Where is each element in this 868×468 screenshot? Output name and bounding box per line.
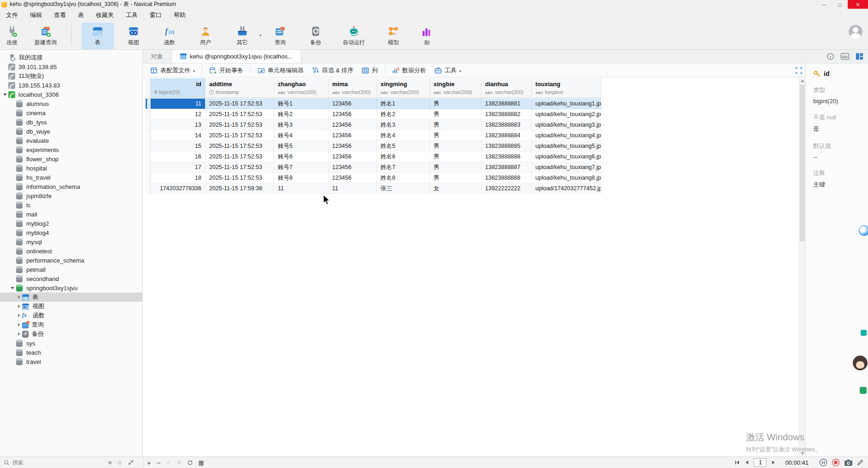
grid-view-icon[interactable]	[199, 459, 204, 466]
record-icon[interactable]	[832, 458, 840, 467]
new-query-button[interactable]: 新建查询	[24, 23, 67, 49]
chevron-expanded-icon[interactable]	[9, 287, 16, 289]
previous-record-icon[interactable]	[744, 460, 750, 465]
teal-widget-icon[interactable]	[861, 330, 867, 336]
cell-mima[interactable]: 123456	[328, 99, 377, 109]
cell-xingbie[interactable]: 男	[430, 141, 481, 152]
cell-addtime[interactable]: 2025-11-15 17:52:53	[205, 141, 274, 152]
sidebar-item-database[interactable]: teach	[0, 348, 142, 357]
backup-button[interactable]: 备份	[300, 23, 331, 49]
sidebar-item-database[interactable]: secondhand	[0, 274, 142, 283]
sidebar-item-database[interactable]: onlinetest	[0, 246, 142, 256]
cell-zhanghao[interactable]: 账号1	[274, 99, 328, 109]
cell-addtime[interactable]: 2025-11-15 17:52:53	[205, 162, 274, 173]
column-header-touxiang[interactable]: touxianglongtext	[532, 78, 601, 98]
cell-dianhua[interactable]: 13823888883	[481, 120, 532, 130]
cell-touxiang[interactable]: upload/kehu_touxiang6.jpg	[532, 152, 601, 162]
cell-dianhua[interactable]: 13823888881	[481, 99, 532, 109]
floating-ball-widget[interactable]	[859, 225, 868, 236]
cell-xingbie[interactable]: 男	[430, 152, 481, 162]
sidebar-item-my-connections[interactable]: 我的连接	[0, 53, 142, 62]
tables-button[interactable]: 表	[82, 23, 114, 49]
sidebar-item-connection[interactable]: 113(物业)	[0, 71, 142, 81]
table-row[interactable]: 122025-11-15 17:52:53账号2123456姓名2男138238…	[146, 109, 601, 120]
chevron-collapsed-icon[interactable]	[16, 295, 22, 299]
menu-file[interactable]: 文件	[0, 11, 24, 19]
next-record-icon[interactable]	[771, 460, 776, 465]
cell-xingming[interactable]: 姓名4	[377, 130, 430, 141]
sidebar-search[interactable]: 搜索	[12, 459, 23, 467]
grid-vertical-scrollbar[interactable]	[799, 77, 805, 456]
users-button[interactable]: 用户	[189, 23, 222, 49]
table-row[interactable]: 142025-11-15 17:52:53账号4123456姓名4男138238…	[146, 130, 601, 141]
cell-touxiang[interactable]: upload/kehu_touxiang4.jpg	[532, 130, 601, 141]
collapse-all-icon[interactable]	[128, 460, 134, 465]
cell-mima[interactable]: 123456	[328, 152, 377, 162]
cell-touxiang[interactable]: upload/kehu_touxiang5.jpg	[532, 141, 601, 152]
cell-mima[interactable]: 123456	[328, 173, 377, 183]
sidebar-item-database[interactable]: information_schema	[0, 182, 142, 191]
cell-zhanghao[interactable]: 账号3	[274, 120, 328, 130]
cell-xingming[interactable]: 姓名2	[377, 109, 430, 120]
cell-xingbie[interactable]: 男	[430, 130, 481, 141]
menu-window[interactable]: 窗口	[144, 11, 168, 19]
model-button[interactable]: 模型	[377, 23, 410, 49]
edit-pencil-icon[interactable]	[857, 459, 863, 466]
add-record-icon[interactable]	[147, 459, 151, 467]
sidebar-item-tables[interactable]: 表	[0, 292, 142, 302]
sidebar-item-database[interactable]: experiments	[0, 145, 142, 154]
cell-touxiang[interactable]: upload/kehu_touxiang3.jpg	[532, 120, 601, 130]
sidebar-item-database[interactable]: myblog2	[0, 219, 142, 228]
begin-transaction-button[interactable]: 开始事务	[205, 65, 247, 76]
cell-xingming[interactable]: 姓名6	[377, 152, 430, 162]
menu-help[interactable]: 帮助	[168, 11, 192, 19]
sidebar-item-springboot3xy1sjvu[interactable]: springboot3xy1sjvu	[0, 283, 142, 292]
cell-xingbie[interactable]: 男	[430, 173, 481, 183]
cell-xingbie[interactable]: 男	[430, 99, 481, 109]
column-header-xingbie[interactable]: xingbievarchar(200)	[430, 78, 481, 98]
tab-objects[interactable]: 对象	[143, 50, 171, 63]
cell-mima[interactable]: 11	[328, 183, 377, 194]
camera-icon[interactable]	[844, 459, 853, 466]
chevron-collapsed-icon[interactable]	[16, 304, 22, 308]
cell-id[interactable]: 14	[151, 130, 205, 141]
sidebar-item-database[interactable]: hospital	[0, 164, 142, 173]
cell-xingming[interactable]: 姓名7	[377, 162, 430, 173]
minimize-button[interactable]	[816, 0, 832, 9]
cell-mima[interactable]: 123456	[328, 109, 377, 120]
chevron-down-icon[interactable]: ▾	[259, 34, 261, 37]
cell-dianhua[interactable]: 13823888884	[481, 130, 532, 141]
cell-mima[interactable]: 123456	[328, 162, 377, 173]
cell-xingming[interactable]: 姓名8	[377, 173, 430, 183]
cell-id[interactable]: 12	[151, 109, 205, 120]
cell-touxiang[interactable]: upload/kehu_touxiang2.jpg	[532, 109, 601, 120]
table-row[interactable]: 17420327783362025-11-15 17:59:381111张三女1…	[146, 183, 601, 194]
sidebar-item-connection[interactable]: 139.155.143.83	[0, 81, 142, 90]
cell-id[interactable]: 16	[151, 152, 205, 162]
automation-button[interactable]: 自动运行	[334, 23, 374, 49]
columns-button[interactable]: 列	[358, 65, 381, 76]
sidebar-item-database[interactable]: flower_shop	[0, 154, 142, 164]
info-icon[interactable]	[827, 53, 834, 60]
cell-mima[interactable]: 123456	[328, 130, 377, 141]
scrollbar-thumb[interactable]	[800, 85, 805, 241]
cell-xingming[interactable]: 张三	[377, 183, 430, 194]
refresh-icon[interactable]	[187, 460, 193, 466]
cell-addtime[interactable]: 2025-11-15 17:59:38	[205, 183, 274, 194]
sidebar-item-database[interactable]: alumnus	[0, 99, 142, 108]
pause-icon[interactable]	[819, 458, 827, 467]
cell-id[interactable]: 18	[151, 173, 205, 183]
sidebar-item-database[interactable]: hs_travel	[0, 173, 142, 182]
others-button[interactable]: 其它 ▾	[225, 23, 259, 49]
sidebar-item-functions[interactable]: 函数	[0, 311, 142, 320]
row-gutter[interactable]	[146, 130, 151, 141]
tab-kehu-table[interactable]: kehu @springboot3xy1sjvu (localhos...	[171, 50, 301, 63]
cell-id[interactable]: 17	[151, 162, 205, 173]
sidebar-item-database[interactable]: cinema	[0, 108, 142, 117]
menu-edit[interactable]: 编辑	[24, 11, 48, 19]
row-gutter[interactable]	[146, 173, 151, 183]
cell-id[interactable]: 1742032778336	[151, 183, 205, 194]
cell-addtime[interactable]: 2025-11-15 17:52:53	[205, 173, 274, 183]
user-avatar[interactable]	[849, 25, 862, 39]
sidebar-item-database[interactable]: myblog4	[0, 228, 142, 237]
